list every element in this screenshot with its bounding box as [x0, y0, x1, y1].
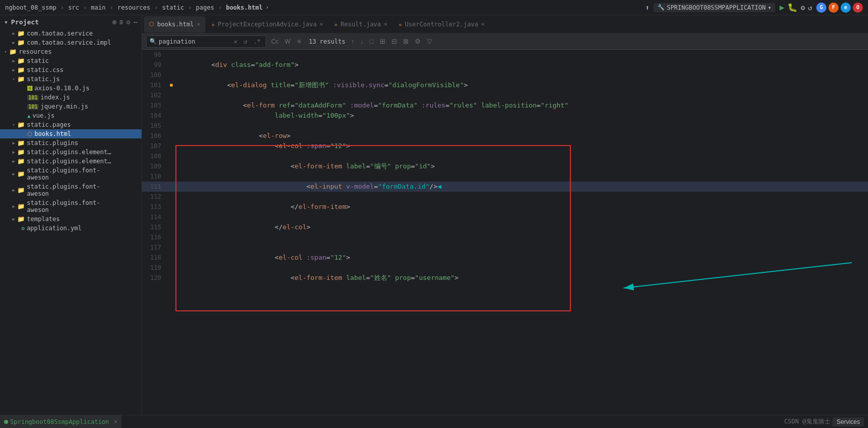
line-gutter [167, 111, 175, 121]
chevron-icon: ▶ [10, 150, 17, 155]
line-content [175, 151, 868, 161]
tab-user-controller2[interactable]: ☕ UserController2.java ✕ [393, 16, 490, 32]
next-result-button[interactable]: ↓ [358, 37, 367, 46]
code-editor[interactable]: 98 99 <div class="add-form"> 100 101 [142, 50, 868, 415]
git-icon[interactable]: ⬆ [645, 4, 649, 12]
breakpoint-dot[interactable] [170, 84, 173, 87]
folder-icon: 📁 [17, 158, 25, 165]
line-number: 108 [142, 151, 167, 161]
line-number: 102 [142, 90, 167, 100]
sidebar-item-static-plugins-elementui-fc[interactable]: ▶ 📁 static.plugins.elementui.fc [0, 157, 141, 166]
breadcrumb-src[interactable]: src [68, 4, 79, 11]
sidebar-item-static[interactable]: ▶ 📁 static [0, 56, 141, 65]
search-bar: 🔍 ✕ ↺ .* Cc W ✳ 13 results ↑ ↓ □ ⊞ ⊟ ⊠ ⚙… [142, 33, 868, 50]
line-number: 101 [142, 80, 167, 90]
chevron-icon: ▶ [10, 140, 17, 146]
tab-bar: ⬡ books.html ✕ ☕ ProjectExceptionAdvice.… [142, 15, 868, 33]
tab-books-html[interactable]: ⬡ books.html ✕ [144, 16, 205, 32]
breadcrumb-file[interactable]: books.html [226, 4, 263, 11]
history-search-button[interactable]: ↺ [241, 37, 249, 46]
opera-icon[interactable]: O [853, 3, 863, 13]
tab-label: ProjectExceptionAdvice.java [218, 21, 317, 28]
regex-button[interactable]: ✳ [295, 37, 304, 46]
folder-icon: 📁 [17, 170, 25, 177]
sidebar-item-books-html[interactable]: ⬡ books.html [0, 129, 141, 138]
sidebar-title: Project [11, 18, 39, 26]
sidebar-item-application-yml[interactable]: ⚙ application.yml [0, 224, 141, 233]
run-indicator[interactable]: Springboot08SsmpApplication ✕ [0, 415, 122, 428]
line-content [175, 121, 868, 131]
sidebar-icon-gear[interactable]: ⚙ [126, 18, 130, 26]
sidebar-item-index-js[interactable]: 101 index.js [0, 93, 141, 102]
clear-search-button[interactable]: ✕ [232, 37, 239, 46]
tab-project-exception[interactable]: ☕ ProjectExceptionAdvice.java ✕ [206, 16, 328, 32]
sep6: › [218, 4, 222, 11]
sidebar-item-com-taotao-service-impl[interactable]: ▶ 📁 com.taotao.service.impl [0, 38, 141, 47]
run-close-icon[interactable]: ✕ [114, 418, 118, 425]
tab-close-icon[interactable]: ✕ [481, 21, 485, 27]
filter-button[interactable]: ▽ [424, 37, 435, 46]
line-gutter [167, 192, 175, 202]
sidebar-item-resources[interactable]: ▾ 📁 resources [0, 47, 141, 56]
sidebar-header: ▾ Project ⊕ ≡ ⚙ — [0, 15, 141, 29]
sep1: › [60, 4, 64, 11]
filter-down-button[interactable]: ⊟ [389, 37, 400, 46]
sidebar-item-font-awesome-2[interactable]: ▶ 📁 static.plugins.font-aweson [0, 182, 141, 198]
line-number: 120 [142, 273, 167, 283]
sidebar-item-static-plugins[interactable]: ▶ 📁 static.plugins [0, 138, 141, 148]
breadcrumb-project[interactable]: ngboot_08_ssmp [5, 4, 56, 11]
run-icon[interactable]: ▶ [779, 3, 784, 12]
tab-close-icon[interactable]: ✕ [384, 21, 387, 27]
services-button[interactable]: Services [833, 417, 864, 426]
sidebar-item-static-pages[interactable]: ▾ 📁 static.pages [0, 120, 141, 129]
sidebar-item-static-plugins-elementui[interactable]: ▶ 📁 static.plugins.elementui [0, 148, 141, 157]
tab-close-icon[interactable]: ✕ [320, 21, 323, 27]
profile-icon[interactable]: ⚙ [801, 4, 805, 12]
breadcrumb-resources[interactable]: resources [117, 4, 150, 11]
sidebar-item-font-awesome-1[interactable]: ▶ 📁 static.plugins.font-aweson [0, 166, 141, 182]
chrome-icon[interactable]: G [816, 3, 826, 13]
tab-label: UserController2.java [405, 21, 479, 28]
line-number: 116 [142, 232, 167, 242]
sidebar-icon-list[interactable]: ≡ [120, 18, 124, 26]
sidebar-item-vue-js[interactable]: ▲ vue.js [0, 111, 141, 120]
sidebar-item-static-css[interactable]: ▶ 📁 static.css [0, 65, 141, 75]
sidebar-item-font-awesome-3[interactable]: ▶ 📁 static.plugins.font-aweson [0, 198, 141, 215]
sidebar-item-com-taotao-service[interactable]: ▶ 📁 com.taotao.service [0, 29, 141, 38]
code-line-105: 105 [142, 121, 868, 131]
app-name-badge[interactable]: 🔧 SPRINGBOOT08SSMPAPPLICATION ▾ [654, 3, 775, 12]
settings-button[interactable]: ⚙ [412, 37, 423, 46]
match-case-button[interactable]: Cc [269, 37, 281, 46]
sidebar-icon-sync[interactable]: ⊕ [113, 18, 117, 26]
sidebar-item-jquery[interactable]: 101 jquery.min.js [0, 102, 141, 111]
whole-word-button[interactable]: W [283, 37, 293, 46]
sidebar: ▾ Project ⊕ ≡ ⚙ — ▶ 📁 com.taotao.service… [0, 15, 142, 428]
breadcrumb-static[interactable]: static [162, 4, 184, 11]
line-number: 118 [142, 253, 167, 263]
sidebar-icon-minus[interactable]: — [133, 18, 137, 26]
line-gutter [167, 60, 175, 70]
line-gutter [167, 202, 175, 212]
line-number: 109 [142, 161, 167, 171]
code-line-112: 112 [142, 192, 868, 202]
breadcrumb-main[interactable]: main [91, 4, 105, 11]
tab-close-icon[interactable]: ✕ [197, 21, 200, 27]
search-input[interactable] [159, 38, 230, 45]
sidebar-item-templates[interactable]: ▶ 📁 templates [0, 215, 141, 224]
update-icon[interactable]: ↺ [808, 4, 812, 12]
main-layout: ▾ Project ⊕ ≡ ⚙ — ▶ 📁 com.taotao.service… [0, 15, 868, 428]
sidebar-item-axios[interactable]: 🅰 axios-0.18.0.js [0, 84, 141, 93]
sidebar-item-static-js[interactable]: ▾ 📁 static.js [0, 75, 141, 84]
filter-results-button[interactable]: ⊞ [377, 37, 388, 46]
breadcrumb-pages[interactable]: pages [196, 4, 214, 11]
firefox-icon[interactable]: F [828, 3, 839, 13]
edge-icon[interactable]: e [841, 3, 851, 13]
tab-result-java[interactable]: ☕ Result.java ✕ [329, 16, 392, 32]
tab-html-icon: ⬡ [149, 21, 154, 27]
line-gutter [167, 100, 175, 111]
filter-both-button[interactable]: ⊠ [401, 37, 411, 46]
debug-icon[interactable]: 🐛 [787, 3, 798, 12]
wrap-results-button[interactable]: □ [367, 37, 376, 46]
regex-search-button[interactable]: .* [251, 37, 262, 46]
prev-result-button[interactable]: ↑ [348, 37, 357, 46]
